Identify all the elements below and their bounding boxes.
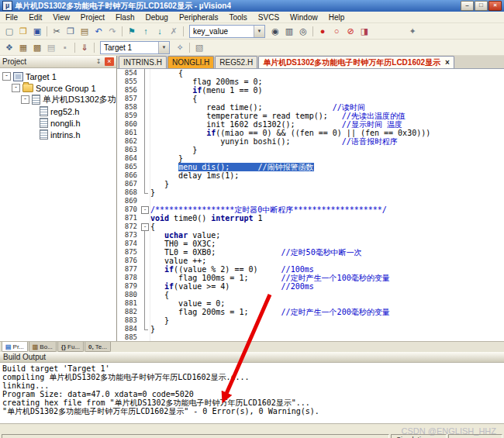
- build-output-line[interactable]: Build target 'Target 1': [2, 364, 502, 373]
- fold-toggle-icon[interactable]: -: [141, 206, 149, 214]
- tree-item[interactable]: intrins.h: [0, 129, 116, 140]
- target-select-combo[interactable]: Target 1▼: [100, 41, 170, 54]
- code-line[interactable]: 874 TH0 = 0X3C;: [117, 240, 504, 248]
- code-line[interactable]: 855 flag_200ms = 0;: [117, 78, 504, 86]
- breakpoint-toggle-icon[interactable]: ●: [316, 25, 330, 37]
- code-line[interactable]: 860 init_1602_ds1302(); //显示时间 温度: [117, 120, 504, 129]
- expand-collapse-icon[interactable]: -: [21, 95, 29, 104]
- code-line[interactable]: 866 delay_1ms(1);: [117, 171, 504, 180]
- cut-icon[interactable]: ✂: [50, 25, 64, 37]
- code-line[interactable]: 884}: [117, 325, 504, 333]
- menu-svcs[interactable]: SVCS: [253, 13, 285, 22]
- redo-icon[interactable]: ↷: [105, 25, 119, 37]
- tab-close-icon[interactable]: ×: [445, 58, 450, 67]
- code-line[interactable]: 869: [117, 197, 504, 205]
- editor-tab[interactable]: NONGLI.H: [167, 56, 214, 68]
- batch-build-icon[interactable]: ▤: [44, 41, 58, 53]
- close-button[interactable]: ×: [488, 1, 502, 11]
- paste-icon[interactable]: ▤: [78, 25, 91, 37]
- code-line[interactable]: 856 if(menu_1 == 0): [117, 86, 504, 95]
- code-line[interactable]: 876 value ++;: [117, 257, 504, 265]
- menu-project[interactable]: Project: [75, 13, 110, 22]
- save-icon[interactable]: ▣: [30, 25, 44, 37]
- code-line[interactable]: 871void time0() interrupt 1: [117, 214, 504, 222]
- code-line[interactable]: 878 flag_100ms = 1; //定时产生一个100毫秒的变量: [117, 274, 504, 282]
- code-line[interactable]: 885: [117, 333, 504, 341]
- code-editor[interactable]: 854 {855 flag_200ms = 0;856 if(menu_1 ==…: [117, 69, 504, 341]
- menu-help[interactable]: Help: [323, 13, 350, 22]
- code-line[interactable]: 857 {: [117, 95, 504, 103]
- dock-tab-pr[interactable]: ▤Pr...: [2, 342, 28, 352]
- code-line[interactable]: 864 }: [117, 154, 504, 163]
- menu-window[interactable]: Window: [285, 13, 323, 22]
- wrench-icon[interactable]: ✦: [406, 25, 419, 37]
- bookmark-clear-icon[interactable]: ✗: [167, 25, 181, 37]
- code-line[interactable]: 868}: [117, 188, 504, 197]
- code-line[interactable]: 867 }: [117, 180, 504, 188]
- minimize-button[interactable]: –: [461, 1, 474, 11]
- dock-tab-te[interactable]: 0,Te...: [85, 342, 111, 352]
- find-in-files-icon[interactable]: ▥: [282, 25, 296, 37]
- code-line[interactable]: 880 {: [117, 291, 504, 299]
- code-line[interactable]: 861 if((miao == 0) && ((fen == 0) || (fe…: [117, 129, 504, 137]
- incremental-find-icon[interactable]: ◎: [296, 25, 310, 37]
- code-line[interactable]: 854 {: [117, 69, 504, 78]
- tree-item[interactable]: -Source Group 1: [0, 82, 116, 94]
- code-line[interactable]: 865 menu_dis(); //闹钟报警函数: [117, 163, 504, 171]
- dropdown-arrow-icon[interactable]: ▼: [254, 26, 264, 37]
- undo-icon[interactable]: ↶: [91, 25, 105, 37]
- code-line[interactable]: 862 yunyin_boshi(); //语音报时程序: [117, 137, 504, 146]
- dropdown-arrow-icon[interactable]: ▼: [158, 42, 169, 53]
- maximize-button[interactable]: □: [475, 1, 488, 11]
- panel-close-icon[interactable]: ×: [105, 57, 114, 66]
- bookmark-icon[interactable]: ⚑: [125, 25, 139, 37]
- menu-edit[interactable]: Edit: [23, 13, 47, 22]
- code-line[interactable]: 882 flag_200ms = 1; //定时产生一个200毫秒的变量: [117, 308, 504, 316]
- bookmark-next-icon[interactable]: ↓: [153, 25, 167, 37]
- pin-icon[interactable]: ↧: [94, 57, 103, 66]
- code-line[interactable]: 859 temperature = read_temp(); //先读出温度的值: [117, 112, 504, 120]
- editor-tab[interactable]: INTRINS.H: [119, 56, 167, 68]
- code-line[interactable]: 873 uchar value;: [117, 231, 504, 240]
- flash-download-icon[interactable]: ⇓: [78, 41, 91, 53]
- target-options-icon[interactable]: ✧: [173, 41, 187, 53]
- code-line[interactable]: 863 }: [117, 146, 504, 154]
- menu-view[interactable]: View: [47, 13, 75, 22]
- build-output-line[interactable]: "单片机DS1302多功能电子时钟万年历LCD1602显示" - 0 Error…: [2, 407, 502, 416]
- build-output-line[interactable]: linking...: [2, 381, 502, 390]
- code-line[interactable]: 879 if(value >= 4) //200ms: [117, 282, 504, 291]
- expand-collapse-icon[interactable]: -: [2, 72, 11, 81]
- tree-item[interactable]: nongli.h: [0, 117, 116, 129]
- editor-tab[interactable]: REG52.H: [215, 56, 257, 68]
- manage-components-icon[interactable]: ▧: [192, 41, 206, 53]
- stop-build-icon[interactable]: ▪: [58, 41, 72, 53]
- dock-tab-bo[interactable]: ▥Bo...: [29, 342, 57, 352]
- open-folder-icon[interactable]: ❐: [16, 25, 30, 37]
- build-target-icon[interactable]: ▦: [16, 41, 30, 53]
- code-line[interactable]: 883 }: [117, 316, 504, 325]
- breakpoint-killall-icon[interactable]: ⊘: [343, 25, 357, 37]
- build-output-line[interactable]: compiling 单片机DS1302多功能电子时钟万年历LCD1602显示.c…: [2, 373, 502, 381]
- tree-item[interactable]: -单片机DS1302多功能: [0, 94, 116, 105]
- code-line[interactable]: 858 read_time(); //读时间: [117, 103, 504, 112]
- copy-icon[interactable]: ❐: [64, 25, 78, 37]
- breakpoint-disable-icon[interactable]: ○: [330, 25, 343, 37]
- rebuild-all-icon[interactable]: ▩: [30, 41, 44, 53]
- dock-tab-fu[interactable]: {}Fu...: [57, 342, 84, 352]
- debug-start-icon[interactable]: ◨: [357, 25, 371, 37]
- code-line[interactable]: 870-/*****************定时器0中断程序**********…: [117, 205, 504, 214]
- menu-peripherals[interactable]: Peripherals: [174, 13, 224, 22]
- title-bar[interactable]: µ 单片机DS1302多功能电子时钟万年历LCD1602显示 - µVision…: [0, 0, 504, 12]
- build-output-line[interactable]: creating hex file from "单片机DS1302多功能电子时钟…: [2, 398, 502, 407]
- fold-toggle-icon[interactable]: -: [141, 223, 149, 231]
- new-file-icon[interactable]: ▢: [2, 25, 16, 37]
- menu-debug[interactable]: Debug: [140, 13, 173, 22]
- translate-file-icon[interactable]: ❖: [2, 41, 16, 53]
- editor-tab[interactable]: 单片机DS1302多功能电子时钟万年历LCD1602显示×: [258, 56, 454, 68]
- code-line[interactable]: 877 if((value % 2) == 0) //100ms: [117, 265, 504, 274]
- menu-flash[interactable]: Flash: [110, 13, 140, 22]
- menu-tools[interactable]: Tools: [224, 13, 253, 22]
- find-text-combo[interactable]: key_value▼: [189, 25, 265, 38]
- find-icon[interactable]: ◉: [268, 25, 282, 37]
- expand-collapse-icon[interactable]: -: [12, 84, 20, 92]
